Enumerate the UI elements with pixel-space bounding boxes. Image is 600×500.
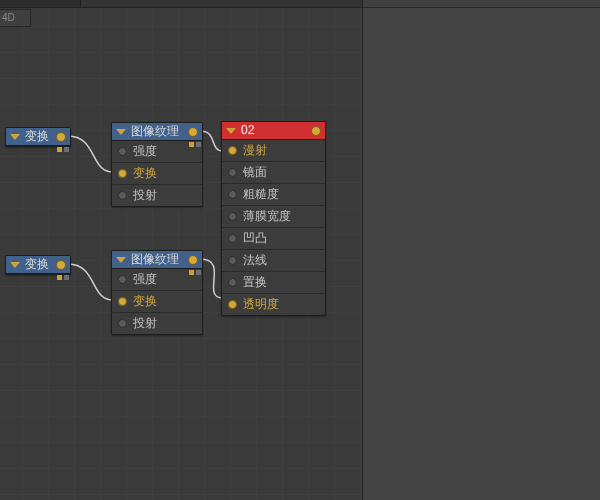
row-label: 粗糙度 bbox=[243, 186, 279, 203]
node-canvas[interactable]: 4D 变换 图像纹理 强度变换投射 变换 bbox=[0, 0, 363, 500]
row-label: 变换 bbox=[133, 165, 157, 182]
input-port[interactable] bbox=[228, 212, 237, 221]
output-port[interactable] bbox=[56, 260, 66, 270]
node-image-texture-2[interactable]: 图像纹理 强度变换投射 bbox=[111, 250, 203, 335]
mini-toolbar[interactable] bbox=[49, 275, 69, 287]
node-header[interactable]: 变换 bbox=[6, 128, 70, 146]
row-project[interactable]: 投射 bbox=[112, 312, 202, 334]
row-bump[interactable]: 凹凸 bbox=[222, 227, 325, 249]
top-strip bbox=[0, 0, 362, 8]
mini-toolbar[interactable] bbox=[181, 270, 201, 282]
row-opacity[interactable]: 透明度 bbox=[222, 293, 325, 315]
input-port[interactable] bbox=[118, 191, 127, 200]
node-header[interactable]: 图像纹理 bbox=[112, 123, 202, 141]
disclosure-icon bbox=[10, 262, 20, 268]
node-transform-2[interactable]: 变换 bbox=[5, 255, 71, 275]
node-header[interactable]: 变换 bbox=[6, 256, 70, 274]
output-port[interactable] bbox=[188, 127, 198, 137]
row-label: 投射 bbox=[133, 187, 157, 204]
output-port[interactable] bbox=[311, 126, 321, 136]
node-transform-1[interactable]: 变换 bbox=[5, 127, 71, 147]
row-transform[interactable]: 变换 bbox=[112, 162, 202, 184]
input-port[interactable] bbox=[118, 297, 127, 306]
node-image-texture-1[interactable]: 图像纹理 强度变换投射 bbox=[111, 122, 203, 207]
disclosure-icon bbox=[226, 128, 236, 134]
row-label: 投射 bbox=[133, 315, 157, 332]
output-port[interactable] bbox=[188, 255, 198, 265]
row-label: 强度 bbox=[133, 143, 157, 160]
top-chip bbox=[0, 0, 81, 7]
row-label: 镜面 bbox=[243, 164, 267, 181]
node-header[interactable]: 02 bbox=[222, 122, 325, 140]
input-port[interactable] bbox=[228, 146, 237, 155]
disclosure-icon bbox=[116, 129, 126, 135]
mini-toolbar[interactable] bbox=[49, 147, 69, 159]
row-label: 法线 bbox=[243, 252, 267, 269]
node-title: 图像纹理 bbox=[131, 251, 184, 268]
row-specular[interactable]: 镜面 bbox=[222, 161, 325, 183]
row-label: 强度 bbox=[133, 271, 157, 288]
node-rows: 漫射镜面粗糙度薄膜宽度凹凸法线置换透明度 bbox=[222, 140, 325, 315]
input-port[interactable] bbox=[228, 300, 237, 309]
input-port[interactable] bbox=[228, 190, 237, 199]
row-displace[interactable]: 置换 bbox=[222, 271, 325, 293]
row-filmw[interactable]: 薄膜宽度 bbox=[222, 205, 325, 227]
input-port[interactable] bbox=[118, 169, 127, 178]
row-label: 变换 bbox=[133, 293, 157, 310]
node-title: 图像纹理 bbox=[131, 123, 184, 140]
row-normal[interactable]: 法线 bbox=[222, 249, 325, 271]
node-material-02[interactable]: 02 漫射镜面粗糙度薄膜宽度凹凸法线置换透明度 bbox=[221, 121, 326, 316]
row-project[interactable]: 投射 bbox=[112, 184, 202, 206]
input-port[interactable] bbox=[118, 319, 127, 328]
input-port[interactable] bbox=[118, 275, 127, 284]
node-title: 02 bbox=[241, 122, 307, 139]
row-rough[interactable]: 粗糙度 bbox=[222, 183, 325, 205]
row-label: 漫射 bbox=[243, 142, 267, 159]
row-label: 透明度 bbox=[243, 296, 279, 313]
editor-tab[interactable]: 4D bbox=[0, 9, 31, 27]
disclosure-icon bbox=[116, 257, 126, 263]
row-transform[interactable]: 变换 bbox=[112, 290, 202, 312]
row-label: 薄膜宽度 bbox=[243, 208, 291, 225]
row-label: 凹凸 bbox=[243, 230, 267, 247]
node-header[interactable]: 图像纹理 bbox=[112, 251, 202, 269]
input-port[interactable] bbox=[118, 147, 127, 156]
node-title: 变换 bbox=[25, 128, 52, 145]
top-bar-right bbox=[363, 0, 600, 8]
disclosure-icon bbox=[10, 134, 20, 140]
input-port[interactable] bbox=[228, 256, 237, 265]
input-port[interactable] bbox=[228, 168, 237, 177]
node-title: 变换 bbox=[25, 256, 52, 273]
input-port[interactable] bbox=[228, 278, 237, 287]
input-port[interactable] bbox=[228, 234, 237, 243]
output-port[interactable] bbox=[56, 132, 66, 142]
row-label: 置换 bbox=[243, 274, 267, 291]
row-diffuse[interactable]: 漫射 bbox=[222, 140, 325, 161]
mini-toolbar[interactable] bbox=[181, 142, 201, 154]
